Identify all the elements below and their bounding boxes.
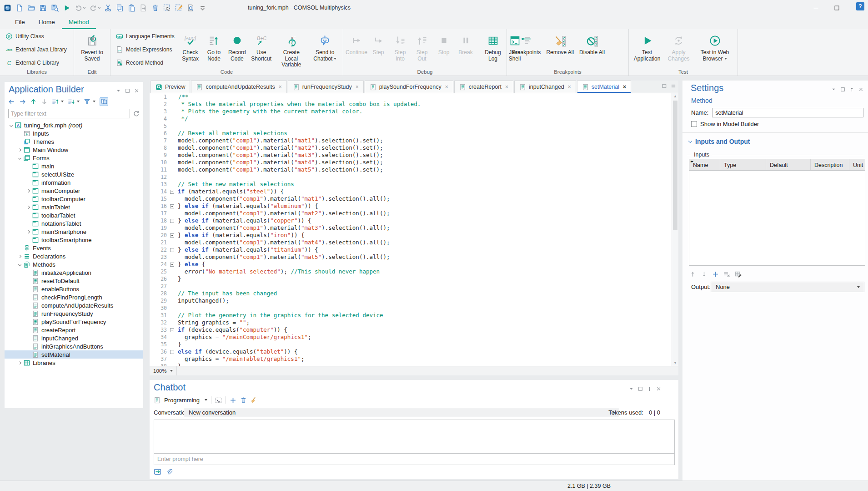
panel-pin-icon[interactable] (849, 87, 854, 92)
tree-item-maintablet[interactable]: mainTablet (5, 203, 143, 211)
tree-item-setmaterial[interactable]: setMaterial (5, 350, 143, 359)
conversation-dropdown[interactable]: New conversation (184, 408, 619, 417)
tab-list-icon[interactable] (671, 83, 676, 89)
menu-file[interactable]: File (8, 15, 32, 29)
send-icon[interactable] (154, 468, 161, 476)
editor-tab-createreport[interactable]: createReport× (454, 81, 513, 93)
expand-icon[interactable] (16, 362, 23, 364)
tab-close-icon[interactable]: × (279, 84, 282, 90)
fold-toggle-icon[interactable] (170, 190, 174, 194)
tree-item-forms[interactable]: Forms (5, 154, 143, 162)
move-down-icon[interactable] (701, 271, 707, 278)
clear-conversation-icon[interactable] (251, 397, 257, 404)
tree-item-themes[interactable]: Themes (5, 137, 143, 146)
use-shortcut-button[interactable]: B+CUse Shortcut (250, 31, 272, 63)
back-icon[interactable] (8, 98, 15, 105)
tree-item-tuning-fork-mph[interactable]: Atuning_fork.mph(root) (5, 121, 143, 129)
editor-tab-inputchanged[interactable]: inputChanged× (514, 81, 576, 93)
tab-close-icon[interactable]: × (568, 84, 571, 90)
console-icon[interactable] (215, 397, 222, 404)
expand-control[interactable] (68, 98, 80, 105)
collapse-control[interactable] (52, 98, 64, 105)
breakpoints-button[interactable]: Breakpoints (510, 31, 542, 57)
tree-item-notationstablet[interactable]: notationsTablet (5, 219, 143, 228)
redo-button[interactable] (90, 4, 100, 12)
column-header-description[interactable]: Description (811, 159, 849, 170)
delete-conversation-icon[interactable] (240, 397, 247, 404)
collapse-icon[interactable] (16, 157, 23, 159)
revert-to-saved-button[interactable]: Revert to Saved (77, 31, 107, 63)
menu-home[interactable]: Home (32, 15, 62, 29)
refresh-icon[interactable] (133, 110, 140, 117)
go-to-node-button[interactable]: Go to Node (204, 31, 224, 63)
save-as-button[interactable] (51, 4, 59, 12)
column-header-name[interactable]: Name (689, 159, 720, 170)
new-conversation-icon[interactable] (230, 397, 236, 404)
edit-table-icon[interactable] (735, 271, 742, 278)
debug-log-button[interactable]: Debug Log (483, 31, 503, 63)
fold-toggle-icon[interactable] (170, 263, 174, 267)
tree-item-mainsmartphone[interactable]: mainSmartphone (5, 228, 143, 236)
tree-item-main-window[interactable]: Main Window (5, 146, 143, 154)
expand-icon[interactable] (25, 206, 32, 208)
editor-scrollbar[interactable]: ▲ ▼ (672, 93, 678, 366)
tree-item-information[interactable]: information (5, 178, 143, 187)
inputs-table-body[interactable] (689, 171, 865, 266)
panel-close-icon[interactable] (134, 88, 139, 93)
tab-close-icon[interactable]: × (445, 84, 448, 90)
cut-button[interactable] (104, 4, 112, 12)
prompt-input[interactable] (154, 456, 674, 462)
tree-item-checkfindpronglength[interactable]: checkFindProngLength (5, 293, 143, 301)
panel-menu-icon[interactable] (116, 88, 121, 93)
copy-button[interactable] (116, 4, 124, 12)
fold-toggle-icon[interactable] (170, 219, 174, 223)
editor-tab-playsoundforfrequency[interactable]: playSoundForFrequency× (365, 81, 453, 93)
fold-toggle-icon[interactable] (170, 328, 174, 332)
attach-icon[interactable] (166, 468, 172, 476)
tree-item-main[interactable]: main (5, 162, 143, 170)
panel-float-icon[interactable] (125, 88, 130, 93)
inputs-and-output-section-header[interactable]: Inputs and Output (689, 138, 750, 145)
save-button[interactable] (39, 4, 47, 12)
panel-menu-icon[interactable] (629, 386, 634, 391)
column-header-default[interactable]: Default (766, 159, 811, 170)
menu-method[interactable]: Method (62, 15, 96, 29)
maximize-button[interactable] (826, 0, 847, 15)
language-elements-button[interactable]: ABCLanguage Elements (115, 32, 176, 40)
collapse-icon[interactable] (16, 263, 23, 266)
paste-button[interactable] (128, 4, 135, 12)
tree-item-toolbarcomputer[interactable]: toolbarComputer (5, 195, 143, 203)
zoom-control[interactable]: 100% (150, 366, 177, 375)
delete-button[interactable] (151, 4, 159, 12)
clear-selection-button[interactable] (175, 4, 183, 12)
editor-tab-runfrequencystudy[interactable]: runFrequencyStudy× (288, 81, 364, 93)
chat-history-area[interactable] (154, 420, 675, 454)
add-input-icon[interactable] (712, 271, 719, 278)
panel-pin-icon[interactable] (647, 386, 652, 391)
tab-close-icon[interactable]: × (356, 84, 359, 90)
record-method-button[interactable]: Record Method (115, 59, 176, 67)
tree-item-inputchanged[interactable]: inputChanged (5, 334, 143, 342)
code-area[interactable]: 1/**2 * Sets the material properties whe… (150, 93, 672, 366)
tree-item-events[interactable]: Events (5, 244, 143, 252)
tree-item-libraries[interactable]: Libraries (5, 359, 143, 367)
expand-icon[interactable] (25, 190, 32, 192)
forward-icon[interactable] (19, 98, 26, 105)
forward-button[interactable] (140, 4, 147, 12)
tree-item-playsoundforfrequency[interactable]: playSoundForFrequency (5, 318, 143, 326)
tree-item-selectuisize[interactable]: selectUISize (5, 170, 143, 178)
filter-input[interactable] (8, 109, 130, 118)
tree-item-maincomputer[interactable]: mainComputer (5, 187, 143, 195)
tree-item-runfrequencystudy[interactable]: runFrequencyStudy (5, 309, 143, 318)
tree-item-toolbartablet[interactable]: toolbarTablet (5, 211, 143, 219)
external-c-library-button[interactable]: CExternal C Library (4, 59, 68, 67)
column-header-unit[interactable]: Unit (849, 159, 865, 170)
name-input[interactable] (712, 108, 863, 117)
scrollbar-thumb[interactable] (673, 101, 677, 230)
utility-class-button[interactable]: Utility Class (4, 32, 68, 40)
panel-float-icon[interactable] (638, 386, 643, 391)
tree-item-toolbarsmartphone[interactable]: toolbarSmartphone (5, 236, 143, 244)
tree-item-createreport[interactable]: createReport (5, 326, 143, 334)
move-up-icon[interactable] (30, 98, 37, 105)
minimize-button[interactable] (805, 0, 826, 15)
